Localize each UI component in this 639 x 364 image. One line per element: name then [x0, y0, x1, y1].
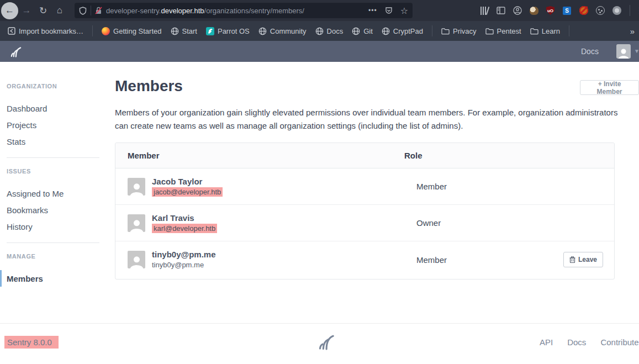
- member-name[interactable]: Karl Travis: [152, 213, 416, 223]
- back-icon: ←: [5, 5, 14, 16]
- bookmarks-bar: Import bookmarks… Getting Started Start …: [0, 21, 639, 41]
- home-icon: ⌂: [57, 5, 62, 16]
- home-button[interactable]: ⌂: [51, 5, 68, 16]
- reload-button[interactable]: ↻: [35, 5, 51, 17]
- globe-icon: [171, 27, 179, 35]
- bookmark-label: Privacy: [453, 27, 477, 35]
- sidebar-toggle-icon[interactable]: [496, 6, 505, 15]
- avatar: [128, 178, 145, 196]
- sentry-navbar: Docs ▼: [0, 41, 639, 62]
- page-title: Members: [115, 77, 183, 95]
- person-icon: [129, 255, 144, 268]
- member-role: Member: [416, 182, 447, 191]
- shodan-icon[interactable]: S: [562, 6, 572, 15]
- tracking-protection-icon[interactable]: [79, 7, 87, 15]
- blocker-icon[interactable]: [579, 6, 588, 15]
- member-role: Owner: [416, 218, 441, 228]
- pocket-icon[interactable]: [385, 7, 393, 14]
- cookie-icon[interactable]: [595, 6, 605, 15]
- person-icon: [617, 48, 630, 59]
- description-line: Members of your organization gain slight…: [115, 106, 617, 119]
- bookmark-git[interactable]: Git: [348, 27, 376, 35]
- column-header-member: Member: [115, 151, 404, 160]
- page-description: Members of your organization gain slight…: [115, 106, 617, 133]
- description-line: can create new teams as well as manage a…: [115, 119, 617, 133]
- url-subdomain: developer-sentry.: [106, 7, 161, 15]
- bookmark-cryptpad[interactable]: CryptPad: [378, 27, 426, 35]
- sidebar-item-bookmarks[interactable]: Bookmarks: [7, 202, 108, 218]
- back-button[interactable]: ←: [1, 2, 18, 19]
- leave-button-label: Leave: [578, 256, 597, 263]
- leave-button[interactable]: Leave: [563, 252, 603, 267]
- sidebar-item-members[interactable]: Members: [0, 270, 108, 287]
- url-path: /organizations/sentry/members/: [204, 7, 304, 15]
- bookmark-folder-learn[interactable]: Learn: [527, 27, 563, 35]
- folder-icon: [530, 28, 538, 35]
- account-icon[interactable]: [513, 6, 522, 15]
- sidebar-item-stats[interactable]: Stats: [7, 133, 108, 150]
- divider: [630, 5, 630, 16]
- table-header: Member Role: [115, 143, 614, 168]
- member-name[interactable]: tinyb0y@pm.me: [152, 250, 416, 260]
- parrot-icon: [206, 27, 214, 35]
- sidebar-item-dashboard[interactable]: Dashboard: [7, 100, 108, 117]
- sidebar-item-assigned-to-me[interactable]: Assigned to Me: [7, 185, 108, 202]
- avatar: [128, 251, 145, 268]
- footer-link-contribute[interactable]: Contribute: [600, 337, 638, 347]
- bookmark-folder-privacy[interactable]: Privacy: [438, 27, 480, 35]
- sidebar-item-projects[interactable]: Projects: [7, 117, 108, 133]
- bookmark-getting-started[interactable]: Getting Started: [98, 27, 165, 35]
- bookmarks-overflow-icon[interactable]: »: [627, 27, 635, 36]
- folder-icon: [485, 28, 494, 35]
- bookmark-label: Getting Started: [113, 27, 161, 35]
- extension-icon[interactable]: [612, 6, 621, 15]
- bookmark-star-icon[interactable]: ☆: [400, 6, 408, 16]
- bookmark-label: Import bookmarks…: [19, 27, 83, 35]
- footer: Sentry 8.0.0 API Docs Contribute: [0, 323, 639, 364]
- bookmark-folder-pentest[interactable]: Pentest: [482, 27, 525, 35]
- footer-link-api[interactable]: API: [540, 337, 553, 347]
- member-email: tinyb0y@pm.me: [152, 260, 204, 270]
- ublock-origin-icon[interactable]: uO: [546, 6, 555, 15]
- divider: [432, 25, 432, 36]
- bookmark-docs[interactable]: Docs: [312, 27, 347, 35]
- folder-icon: [441, 28, 450, 35]
- bookmark-start[interactable]: Start: [167, 27, 200, 35]
- insecure-lock-icon[interactable]: [95, 7, 102, 14]
- avatar: [128, 214, 145, 232]
- table-row: Jacob Taylor jacob@developer.htb Member: [115, 168, 614, 205]
- bookmark-label: Community: [270, 27, 307, 35]
- bookmark-label: CryptPad: [393, 27, 423, 35]
- bookmark-label: Git: [363, 27, 373, 35]
- browser-toolbar: ← → ↻ ⌂ developer-sentry.developer.htb/o…: [0, 0, 639, 21]
- forward-button[interactable]: →: [18, 5, 35, 16]
- page-actions-icon[interactable]: •••: [368, 7, 377, 14]
- firefox-icon: [102, 27, 110, 35]
- footer-link-docs[interactable]: Docs: [567, 337, 586, 347]
- chevron-down-icon[interactable]: ▼: [634, 48, 639, 54]
- forward-icon: →: [22, 5, 31, 16]
- sidebar-section-manage: MANAGE: [7, 253, 108, 260]
- bookmark-parrot-os[interactable]: Parrot OS: [203, 27, 253, 35]
- navbar-docs-link[interactable]: Docs: [581, 47, 599, 56]
- bookmark-label: Pentest: [497, 27, 521, 35]
- sidebar-item-history[interactable]: History: [7, 218, 108, 235]
- library-icon[interactable]: [479, 6, 489, 15]
- import-bookmarks-button[interactable]: Import bookmarks…: [4, 27, 87, 35]
- member-email: karl@developer.htb: [152, 224, 217, 233]
- invite-member-button[interactable]: + Invite Member: [580, 80, 639, 95]
- reload-icon: ↻: [39, 5, 47, 17]
- url-text: developer-sentry.developer.htb/organizat…: [106, 7, 364, 15]
- foxyproxy-icon[interactable]: [529, 6, 538, 15]
- member-role: Member: [416, 255, 447, 265]
- globe-icon: [258, 27, 267, 35]
- table-row: tinyb0y@pm.me tinyb0y@pm.me Member Leave: [115, 241, 614, 278]
- url-bar[interactable]: developer-sentry.developer.htb/organizat…: [75, 3, 413, 18]
- divider: [91, 6, 91, 15]
- bookmark-community[interactable]: Community: [255, 27, 310, 35]
- user-avatar[interactable]: [616, 44, 631, 59]
- member-name[interactable]: Jacob Taylor: [152, 177, 416, 187]
- divider: [92, 25, 93, 36]
- sentry-logo-icon[interactable]: [7, 44, 22, 61]
- import-icon: [8, 27, 15, 35]
